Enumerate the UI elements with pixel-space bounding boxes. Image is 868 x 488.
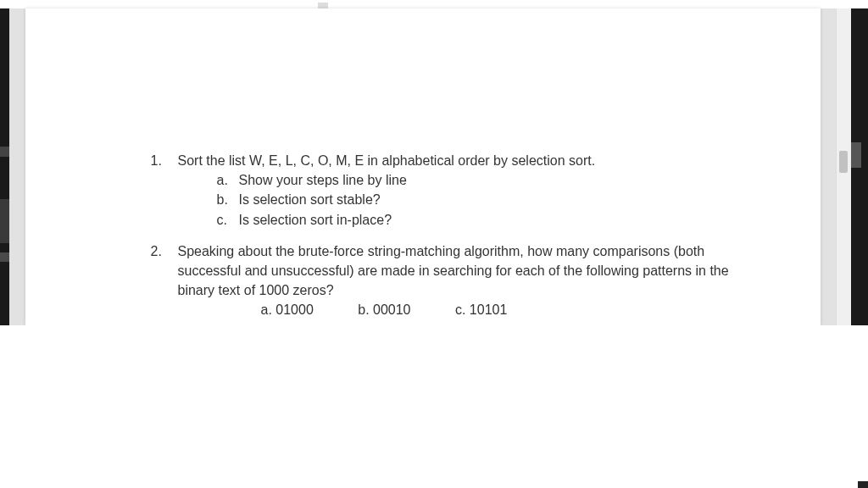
question-1-marker: 1.: [151, 151, 178, 230]
question-1b-marker: b.: [217, 190, 239, 209]
bottom-right-mark: [858, 481, 868, 488]
question-2-options: a. 01000 b. 00010 c. 10101: [178, 300, 770, 319]
question-2-option-a: a. 01000: [261, 300, 314, 319]
bottom-area: [0, 325, 868, 488]
vertical-scrollbar[interactable]: [836, 8, 851, 325]
right-fragment-1: [851, 142, 861, 168]
question-1a-marker: a.: [217, 170, 239, 190]
left-fragment-2: [0, 199, 9, 243]
question-1a: a. Show your steps line by line: [217, 170, 770, 190]
question-2: 2. Speaking about the brute-force string…: [151, 241, 770, 320]
question-1-text: Sort the list W, E, L, C, O, M, E in alp…: [178, 151, 770, 170]
scrollbar-thumb[interactable]: [839, 151, 848, 173]
question-1a-text: Show your steps line by line: [239, 170, 407, 190]
left-edge-fragment: [0, 8, 9, 325]
question-1b-text: Is selection sort stable?: [239, 190, 381, 209]
question-1c-text: Is selection sort in-place?: [239, 210, 392, 230]
top-gap: [318, 3, 328, 8]
question-2-option-b: b. 00010: [358, 300, 410, 319]
question-1b: b. Is selection sort stable?: [217, 190, 770, 209]
question-2-text: Speaking about the brute-force string-ma…: [178, 241, 770, 301]
document-viewport: 1. Sort the list W, E, L, C, O, M, E in …: [9, 8, 836, 325]
left-fragment-1: [0, 147, 9, 157]
question-1: 1. Sort the list W, E, L, C, O, M, E in …: [151, 151, 770, 230]
question-1c-marker: c.: [217, 210, 239, 230]
question-2-marker: 2.: [151, 241, 178, 320]
left-fragment-3: [0, 252, 9, 262]
top-bar-fragment: [0, 0, 868, 8]
question-2-option-c: c. 10101: [455, 300, 507, 319]
question-1c: c. Is selection sort in-place?: [217, 210, 770, 230]
document-page: 1. Sort the list W, E, L, C, O, M, E in …: [25, 8, 821, 325]
